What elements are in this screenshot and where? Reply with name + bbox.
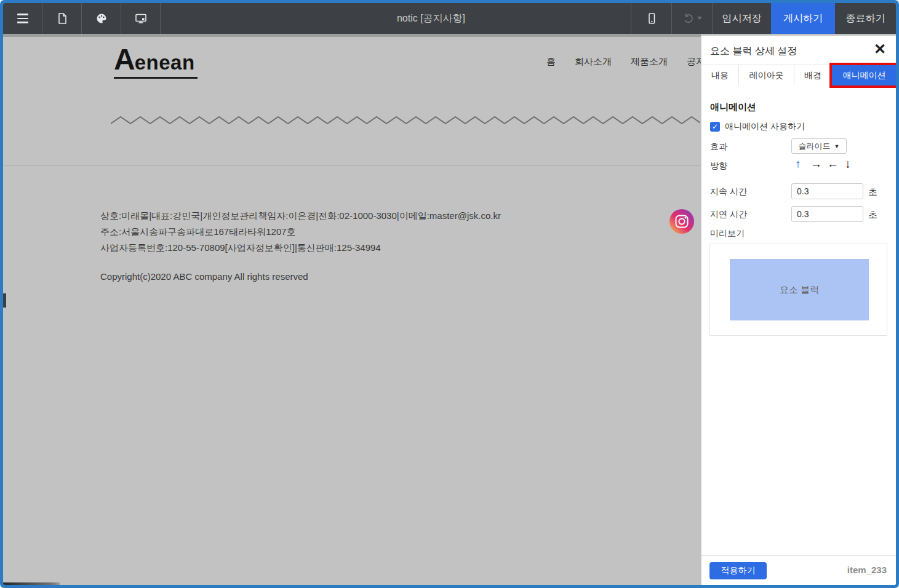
logo-initial: A — [114, 43, 135, 76]
direction-options: ↑ → ← ↓ — [794, 157, 852, 171]
mobile-phone-icon — [645, 12, 658, 25]
undo-caret-icon — [697, 17, 702, 20]
undo-button[interactable] — [671, 3, 712, 34]
toolbar-right-group: 임시저장 게시하기 종료하기 — [631, 3, 896, 34]
top-toolbar: notic [공지사항] 임시저장 게시하기 종료하기 — [3, 3, 896, 34]
animation-section-title: 애니메이션 — [710, 101, 756, 113]
duration-label: 지속 시간 — [710, 186, 747, 197]
copyright-text: Copyright(c)2020 ABC company All rights … — [100, 271, 308, 282]
exit-button[interactable]: 종료하기 — [835, 3, 896, 34]
zigzag-divider — [111, 115, 700, 129]
publish-button[interactable]: 게시하기 — [771, 3, 835, 34]
footer-line: 상호:미래몰|대표:강민국|개인정보관리책임자:이은경|전화:02-1000-3… — [100, 208, 501, 224]
delay-unit: 초 — [868, 209, 877, 221]
mobile-preview-button[interactable] — [631, 3, 671, 34]
site-logo[interactable]: Aenean — [114, 42, 198, 79]
panel-title: 요소 블럭 상세 설정 — [710, 45, 797, 58]
canvas-top-strip — [3, 34, 701, 37]
preview-element-block: 요소 블럭 — [730, 259, 869, 320]
direction-up-icon[interactable]: ↑ — [794, 157, 802, 171]
nav-item-products[interactable]: 제품소개 — [631, 56, 668, 68]
preview-label: 미리보기 — [710, 228, 745, 239]
close-icon[interactable]: ✕ — [874, 41, 886, 58]
chevron-down-icon: ▼ — [834, 143, 840, 149]
duration-input[interactable] — [791, 183, 863, 199]
display-button[interactable] — [121, 3, 161, 34]
tab-animation[interactable]: 애니메이션 — [832, 65, 896, 85]
direction-left-icon[interactable]: ← — [827, 157, 836, 171]
palette-icon — [95, 12, 108, 25]
duration-unit: 초 — [868, 186, 877, 198]
footer-info-block: 상호:미래몰|대표:강민국|개인정보관리책임자:이은경|전화:02-1000-3… — [100, 208, 501, 256]
tab-background[interactable]: 배경 — [794, 65, 832, 85]
tab-layout[interactable]: 레이아웃 — [739, 65, 794, 85]
settings-panel: 요소 블럭 상세 설정 ✕ 내용 레이아웃 배경 애니메이션 애니메이션 ✓ 애… — [701, 36, 896, 585]
checkbox-checked-icon[interactable]: ✓ — [710, 122, 720, 132]
apply-button[interactable]: 적용하기 — [709, 562, 767, 579]
effect-dropdown[interactable]: 슬라이드 ▼ — [791, 138, 847, 154]
theme-button[interactable] — [82, 3, 121, 34]
menu-button[interactable] — [3, 3, 42, 34]
panel-footer: 적용하기 item_233 — [701, 555, 896, 585]
vertical-scrollbar-thumb[interactable] — [3, 293, 6, 308]
delay-label: 지연 시간 — [710, 209, 747, 220]
delay-input[interactable] — [791, 206, 863, 222]
temp-save-button[interactable]: 임시저장 — [712, 3, 771, 34]
direction-label: 방향 — [710, 161, 727, 172]
site-canvas: Aenean 홈 회사소개 제품소개 공지 상호:미래몰|대표:강민국|개인정보… — [3, 34, 701, 585]
panel-tabs: 내용 레이아웃 배경 애니메이션 — [701, 65, 896, 85]
effect-value: 슬라이드 — [799, 141, 831, 152]
direction-down-icon[interactable]: ↓ — [844, 157, 852, 171]
toolbar-left-group — [3, 3, 161, 34]
tab-content[interactable]: 내용 — [701, 65, 739, 85]
direction-right-icon[interactable]: → — [810, 157, 819, 171]
nav-item-home[interactable]: 홈 — [546, 56, 556, 68]
menu-icon — [17, 14, 28, 23]
undo-icon — [682, 13, 695, 24]
preview-area: 요소 블럭 — [709, 244, 887, 336]
use-animation-checkbox-row[interactable]: ✓ 애니메이션 사용하기 — [710, 121, 805, 132]
logo-text: enean — [135, 51, 195, 74]
footer-line: 주소:서울시송파구송파대로167태라타워1207호 — [100, 224, 501, 240]
document-icon — [56, 12, 68, 25]
nav-item-notice[interactable]: 공지 — [687, 56, 701, 68]
site-nav: 홈 회사소개 제품소개 공지 — [546, 56, 701, 68]
item-id-text: item_233 — [847, 565, 887, 575]
instagram-icon[interactable] — [669, 209, 694, 234]
footer-line: 사업자등록번호:120-55-70809[사업자정보확인]|통신판매:125-3… — [100, 240, 501, 256]
horizontal-scrollbar-thumb[interactable] — [3, 582, 60, 585]
monitor-icon — [134, 12, 148, 25]
section-divider — [3, 165, 701, 165]
page-button[interactable] — [42, 3, 82, 34]
effect-label: 효과 — [710, 141, 727, 153]
screenshot-frame: notic [공지사항] 임시저장 게시하기 종료하기 — [0, 0, 899, 588]
nav-item-company[interactable]: 회사소개 — [575, 56, 612, 68]
editor-window: notic [공지사항] 임시저장 게시하기 종료하기 — [3, 3, 896, 585]
use-animation-label: 애니메이션 사용하기 — [725, 121, 805, 132]
page-title: notic [공지사항] — [212, 3, 650, 34]
